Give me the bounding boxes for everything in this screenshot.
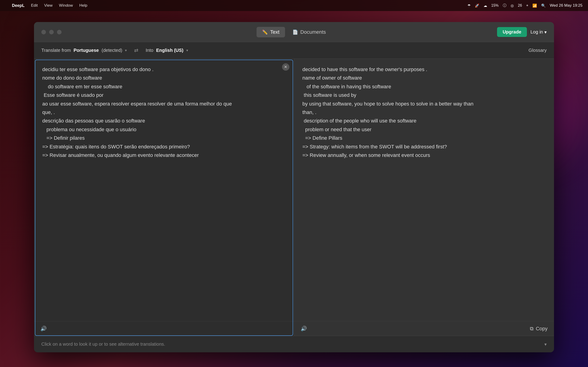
titlebar-right: Upgrade Log in ▾	[497, 27, 547, 37]
cursor-icon: ◎	[510, 3, 514, 8]
source-language-name: Portuguese	[73, 48, 99, 53]
target-language-selector[interactable]: Into English (US) ▾	[146, 48, 188, 53]
info-icon: ⓘ	[503, 3, 506, 8]
login-button[interactable]: Log in ▾	[531, 29, 547, 35]
tab-documents-label: Documents	[300, 29, 326, 35]
source-language-chevron-icon: ▾	[125, 48, 127, 52]
copy-button[interactable]: ⧉ Copy	[530, 326, 548, 332]
language-bar: Translate from Portuguese (detected) ▾ ⇄…	[34, 42, 554, 59]
bottom-bar: Click on a word to look it up or to see …	[34, 336, 554, 352]
minimize-button[interactable]	[49, 30, 54, 34]
menubar-right: ☂ 🚀 ☁ 15% ⓘ ◎ 26 ⌖ 📶 🔍 Wed 26 May 19:25	[467, 3, 582, 8]
app-window: ✏️ Text 📄 Documents Upgrade Log in ▾ Tra…	[34, 22, 554, 352]
source-language-selector[interactable]: Translate from Portuguese (detected) ▾	[41, 48, 127, 53]
menubar-time: Wed 26 May 19:25	[550, 3, 582, 8]
rocket-icon: 🚀	[475, 3, 479, 8]
source-speaker-icon[interactable]: 🔊	[40, 326, 47, 332]
tab-text[interactable]: ✏️ Text	[257, 27, 285, 37]
close-button[interactable]	[41, 30, 46, 34]
text-tab-icon: ✏️	[262, 29, 268, 35]
target-language-chevron-icon: ▾	[186, 48, 188, 52]
source-textarea[interactable]: decidiu ter esse software para objetivos…	[34, 59, 294, 321]
number-badge: 26	[518, 3, 522, 8]
menu-help[interactable]: Help	[79, 3, 87, 8]
documents-tab-icon: 📄	[292, 29, 298, 35]
target-speaker-icon[interactable]: 🔊	[301, 326, 307, 332]
translation-area: ✕ decidiu ter esse software para objetiv…	[34, 59, 554, 336]
source-language-detected: (detected)	[102, 48, 122, 53]
tab-text-label: Text	[270, 29, 279, 35]
login-label: Log in	[531, 29, 543, 35]
search-icon[interactable]: 🔍	[541, 3, 546, 8]
target-footer: 🔊 ⧉ Copy	[294, 321, 554, 336]
glossary-button[interactable]: Glossary	[528, 48, 547, 53]
maximize-button[interactable]	[57, 30, 61, 34]
login-chevron-icon: ▾	[544, 29, 547, 35]
menu-window[interactable]: Window	[59, 3, 73, 8]
menu-edit[interactable]: Edit	[31, 3, 38, 8]
hint-text: Click on a word to look it up or to see …	[41, 342, 165, 347]
target-panel: decided to have this software for the ow…	[294, 59, 554, 336]
battery-percent: 15%	[491, 3, 499, 8]
copy-icon: ⧉	[530, 326, 534, 332]
swap-languages-icon[interactable]: ⇄	[134, 48, 138, 53]
translate-from-label: Translate from	[41, 48, 71, 53]
bluetooth-icon: ⌖	[526, 3, 528, 8]
traffic-lights	[41, 30, 61, 34]
bottom-chevron-icon[interactable]: ▾	[544, 342, 547, 347]
translated-content: decided to have this software for the ow…	[303, 67, 474, 158]
target-text: decided to have this software for the ow…	[294, 59, 554, 321]
copy-label: Copy	[536, 326, 548, 332]
umbrella-icon: ☂	[467, 3, 471, 8]
into-label: Into	[146, 48, 153, 53]
upgrade-button[interactable]: Upgrade	[497, 27, 527, 37]
titlebar-tabs: ✏️ Text 📄 Documents	[257, 27, 331, 37]
target-language-name: English (US)	[156, 48, 183, 53]
menubar: DeepL Edit View Window Help ☂ 🚀 ☁ 15% ⓘ …	[0, 0, 588, 11]
titlebar: ✏️ Text 📄 Documents Upgrade Log in ▾	[34, 22, 554, 42]
source-panel: ✕ decidiu ter esse software para objetiv…	[34, 59, 294, 336]
wifi-icon: 📶	[532, 3, 537, 8]
app-name[interactable]: DeepL	[12, 3, 25, 8]
menu-view[interactable]: View	[44, 3, 52, 8]
source-footer: 🔊	[34, 321, 294, 336]
tab-documents[interactable]: 📄 Documents	[287, 27, 331, 37]
cloud-icon: ☁	[484, 3, 487, 8]
clear-button[interactable]: ✕	[282, 63, 289, 71]
